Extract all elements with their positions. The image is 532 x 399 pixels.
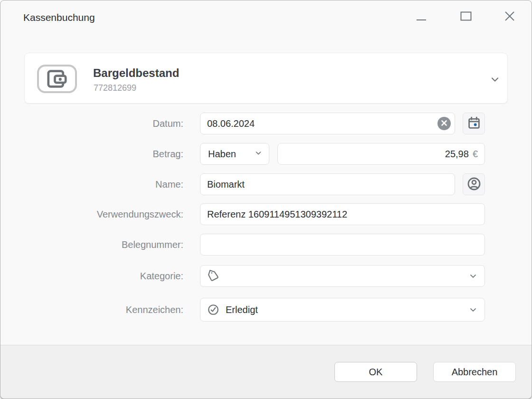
close-icon <box>503 10 516 24</box>
maximize-button[interactable] <box>459 10 473 23</box>
name-label: Name: <box>23 179 183 190</box>
account-number: 772812699 <box>94 83 136 93</box>
form-row-belegnummer: Belegnummer: <box>23 234 485 256</box>
date-field-wrap <box>200 113 455 134</box>
window-title: Kassenbuchung <box>23 12 95 23</box>
amount-value: 25,98 <box>445 149 469 160</box>
account-name: Bargeldbestand <box>93 66 179 80</box>
calendar-icon <box>466 115 482 132</box>
betrag-type-value: Haben <box>208 149 236 160</box>
close-button[interactable] <box>503 10 516 23</box>
form-row-kategorie: Kategorie: <box>23 265 485 287</box>
betrag-type-select[interactable]: Haben <box>200 143 269 165</box>
dialog-footer: OK Abbrechen <box>0 345 532 399</box>
wallet-icon <box>37 65 77 93</box>
kategorie-label: Kategorie: <box>23 271 183 282</box>
verwendungszweck-input[interactable] <box>200 203 485 225</box>
maximize-icon <box>459 10 473 24</box>
datum-label: Datum: <box>23 118 183 129</box>
form-row-kennzeichen: Kennzeichen: Erledigt <box>23 298 485 322</box>
chevron-down-icon <box>489 74 501 85</box>
clear-date-button[interactable] <box>437 117 451 130</box>
minimize-icon <box>415 10 428 24</box>
dialog-window: Kassenbuchung Bargeldbestand 772812699 <box>0 0 532 399</box>
form-row-name: Name: <box>23 173 485 195</box>
chevron-down-icon <box>468 305 478 314</box>
belegnummer-label: Belegnummer: <box>23 239 183 250</box>
kennzeichen-label: Kennzeichen: <box>23 304 183 315</box>
calendar-picker-button[interactable] <box>463 113 485 134</box>
verwendungszweck-label: Verwendungszweck: <box>23 209 183 220</box>
kategorie-dropdown[interactable] <box>200 265 485 287</box>
kennzeichen-dropdown[interactable]: Erledigt <box>200 298 485 322</box>
belegnummer-input[interactable] <box>200 234 485 256</box>
contact-picker-button[interactable] <box>463 173 485 195</box>
ok-button[interactable]: OK <box>334 362 417 382</box>
tag-icon <box>207 270 219 282</box>
cancel-button[interactable]: Abbrechen <box>433 362 516 382</box>
chevron-down-icon <box>468 271 478 281</box>
currency-symbol: € <box>473 149 478 160</box>
minimize-button[interactable] <box>415 10 428 23</box>
form-row-verwendungszweck: Verwendungszweck: <box>23 203 485 225</box>
betrag-amount-input[interactable]: 25,98 € <box>277 143 485 165</box>
name-input[interactable] <box>200 173 455 195</box>
kennzeichen-value: Erledigt <box>226 304 468 315</box>
clear-icon <box>441 120 447 128</box>
account-selector[interactable]: Bargeldbestand 772812699 <box>24 53 508 104</box>
person-icon <box>466 176 482 193</box>
betrag-label: Betrag: <box>23 149 183 160</box>
check-circle-icon <box>207 304 219 316</box>
chevron-down-icon <box>254 149 263 159</box>
form-row-datum: Datum: <box>23 113 485 134</box>
form-row-betrag: Betrag: Haben 25,98 € <box>23 143 485 165</box>
datum-input[interactable] <box>200 113 455 134</box>
